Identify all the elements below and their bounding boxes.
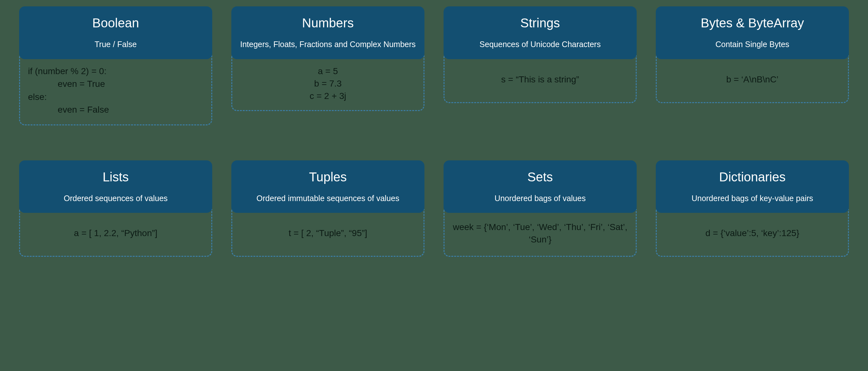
card-sets: Sets Unordered bags of values week = {‘M… — [443, 160, 637, 257]
card-bytes: Bytes & ByteArray Contain Single Bytes b… — [656, 6, 849, 125]
card-header: Boolean True / False — [19, 6, 212, 59]
card-subtitle: True / False — [26, 39, 206, 50]
card-title: Strings — [450, 16, 630, 30]
card-header: Numbers Integers, Floats, Fractions and … — [231, 6, 425, 59]
card-title: Boolean — [26, 16, 206, 30]
card-subtitle: Ordered sequences of values — [26, 193, 206, 204]
card-subtitle: Ordered immutable sequences of values — [238, 193, 418, 204]
card-title: Tuples — [238, 170, 418, 184]
card-title: Bytes & ByteArray — [662, 16, 842, 30]
card-strings: Strings Sequences of Unicode Characters … — [443, 6, 637, 125]
card-title: Dictionaries — [662, 170, 842, 184]
card-header: Lists Ordered sequences of values — [19, 160, 212, 213]
card-header: Tuples Ordered immutable sequences of va… — [231, 160, 425, 213]
card-body: t = [ 2, “Tuple”, “95”] — [231, 209, 425, 257]
card-title: Sets — [450, 170, 630, 184]
card-body: d = {‘value’:5, ‘key’:125} — [656, 209, 849, 257]
card-header: Dictionaries Unordered bags of key-value… — [656, 160, 849, 213]
card-subtitle: Contain Single Bytes — [662, 39, 842, 50]
card-body: s = “This is a string” — [443, 55, 637, 103]
card-subtitle: Integers, Floats, Fractions and Complex … — [238, 39, 418, 50]
card-tuples: Tuples Ordered immutable sequences of va… — [231, 160, 425, 257]
card-numbers: Numbers Integers, Floats, Fractions and … — [231, 6, 425, 125]
card-header: Bytes & ByteArray Contain Single Bytes — [656, 6, 849, 59]
card-dictionaries: Dictionaries Unordered bags of key-value… — [656, 160, 849, 257]
card-lists: Lists Ordered sequences of values a = [ … — [19, 160, 212, 257]
card-subtitle: Unordered bags of values — [450, 193, 630, 204]
card-body: week = {‘Mon’, ‘Tue’, ‘Wed’, ‘Thu’, ‘Fri… — [443, 209, 637, 257]
card-header: Strings Sequences of Unicode Characters — [443, 6, 637, 59]
card-body: if (number % 2) = 0: even = True else: e… — [19, 55, 212, 125]
card-header: Sets Unordered bags of values — [443, 160, 637, 213]
card-body: a = [ 1, 2.2, “Python”] — [19, 209, 212, 257]
card-title: Numbers — [238, 16, 418, 30]
card-subtitle: Sequences of Unicode Characters — [450, 39, 630, 50]
card-body: a = 5 b = 7.3 c = 2 + 3j — [231, 55, 425, 111]
card-title: Lists — [26, 170, 206, 184]
card-body: b = ‘A\nB\nC’ — [656, 55, 849, 103]
card-boolean: Boolean True / False if (number % 2) = 0… — [19, 6, 212, 125]
datatype-grid: Boolean True / False if (number % 2) = 0… — [19, 6, 849, 257]
card-subtitle: Unordered bags of key-value pairs — [662, 193, 842, 204]
